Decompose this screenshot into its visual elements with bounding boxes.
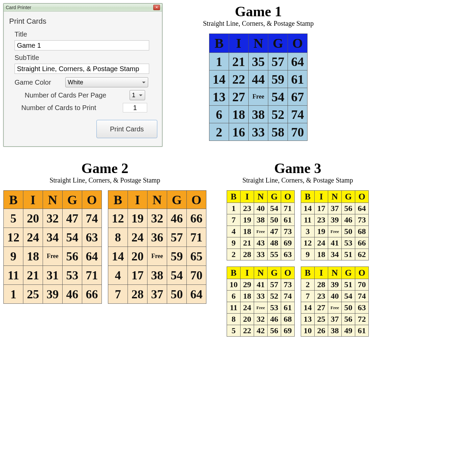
- bingo-cell: 63: [281, 249, 295, 260]
- bingo-cell: 25: [315, 314, 328, 325]
- bingo-cell: 29: [241, 279, 254, 291]
- bingo-header-cell: O: [82, 191, 102, 209]
- title-input[interactable]: [15, 40, 149, 50]
- bingo-header-cell: B: [108, 191, 128, 209]
- bingo-cell: 73: [281, 226, 295, 237]
- bingo-cell: 5: [4, 209, 23, 228]
- bingo-cell: 38: [328, 325, 342, 337]
- bingo-cell: 16: [229, 123, 249, 141]
- bingo-cell: 46: [342, 214, 355, 226]
- close-icon[interactable]: ✕: [153, 5, 160, 10]
- bingo-cell: 14: [209, 70, 229, 88]
- bingo-cell: 54: [342, 291, 355, 302]
- bingo-cell: 71: [187, 228, 206, 247]
- bingo-cell: 33: [254, 291, 268, 302]
- dialog-body: Print Cards Title SubTitle Game Color Wh…: [4, 12, 162, 146]
- bingo-cell: 21: [229, 53, 249, 70]
- bingo-cell: 68: [281, 314, 295, 325]
- bingo-cell: 41: [254, 279, 268, 291]
- bingo-cell: 74: [355, 291, 369, 302]
- bingo-cell: 54: [268, 88, 288, 106]
- bingo-cell: 66: [82, 285, 102, 304]
- bingo-cell: 8: [227, 314, 241, 325]
- bingo-cell: 64: [288, 53, 308, 70]
- bingo-cell: 70: [288, 123, 308, 141]
- bingo-cell: 64: [187, 285, 206, 304]
- bingo-cell: 9: [301, 249, 315, 260]
- bingo-cell: 62: [355, 249, 369, 260]
- bingo-cell: 1: [4, 285, 23, 304]
- bingo-cell: 32: [43, 209, 63, 228]
- bingo-card: BINGO12193246668243657711420Free59654173…: [108, 190, 206, 304]
- cards-per-page-select[interactable]: 1: [130, 90, 145, 100]
- bingo-header-cell: O: [288, 34, 308, 53]
- subtitle-input[interactable]: [15, 64, 149, 74]
- group-title: Print Cards: [9, 17, 157, 26]
- bingo-cell: 72: [355, 314, 369, 325]
- bingo-cell: 57: [268, 53, 288, 70]
- bingo-cell: 23: [315, 291, 328, 302]
- bingo-cell: 51: [342, 279, 355, 291]
- bingo-cell: 17: [128, 266, 148, 285]
- game-color-select[interactable]: White: [65, 77, 148, 87]
- bingo-cell: 42: [254, 325, 268, 337]
- bingo-cell: 19: [315, 226, 328, 237]
- card-printer-dialog: Card Printer ✕ Print Cards Title SubTitl…: [3, 3, 162, 147]
- bingo-cell: 8: [108, 228, 128, 247]
- bingo-cell: 9: [4, 247, 23, 266]
- bingo-cell: 21: [23, 266, 43, 285]
- bingo-cell: 6: [209, 106, 229, 123]
- bingo-cell: 61: [281, 302, 295, 314]
- bingo-cell: 5: [227, 325, 241, 337]
- bingo-cell: 1: [209, 53, 229, 70]
- cards-to-print-input[interactable]: [123, 103, 147, 112]
- bingo-cell: 27: [229, 88, 249, 106]
- bingo-cell: 40: [328, 291, 342, 302]
- game1-subtitle: Straight Line, Corners, & Postage Stamp: [203, 20, 314, 27]
- bingo-cell: 57: [268, 279, 281, 291]
- bingo-cell: 24: [128, 228, 148, 247]
- bingo-cell: 2: [227, 249, 241, 260]
- bingo-cell: 36: [148, 228, 167, 247]
- bingo-cell: 70: [355, 279, 369, 291]
- bingo-cell: Free: [254, 226, 268, 237]
- bingo-cell: 50: [342, 302, 355, 314]
- bingo-cell: 24: [23, 228, 43, 247]
- bingo-header-cell: N: [43, 191, 63, 209]
- bingo-cell: 56: [342, 203, 355, 214]
- bingo-header-cell: B: [301, 267, 315, 279]
- bingo-cell: Free: [328, 302, 342, 314]
- bingo-cell: 74: [281, 291, 295, 302]
- bingo-cell: 18: [241, 291, 254, 302]
- bingo-cell: Free: [254, 302, 268, 314]
- bingo-cell: 20: [23, 209, 43, 228]
- print-cards-button[interactable]: Print Cards: [96, 120, 157, 138]
- bingo-cell: 73: [355, 214, 369, 226]
- bingo-cell: 57: [167, 228, 187, 247]
- bingo-header-cell: I: [315, 191, 328, 203]
- game2-subtitle: Straight Line, Corners, & Postage Stamp: [3, 176, 206, 184]
- bingo-cell: 28: [128, 285, 148, 304]
- bingo-cell: 54: [63, 228, 82, 247]
- bingo-cell: 38: [254, 214, 268, 226]
- bingo-card: BINGO123405471719385061418Free4773921434…: [227, 190, 295, 260]
- bingo-card: BINGO10294157736183352741124Free53618203…: [227, 267, 295, 337]
- bingo-cell: 73: [281, 279, 295, 291]
- bingo-cell: 65: [187, 247, 206, 266]
- bingo-header-cell: B: [4, 191, 23, 209]
- bingo-cell: 50: [268, 214, 281, 226]
- bingo-cell: 3: [301, 226, 315, 237]
- bingo-header-cell: O: [355, 267, 369, 279]
- bingo-cell: 48: [268, 237, 281, 249]
- bingo-cell: 7: [227, 214, 241, 226]
- bingo-cell: 13: [209, 88, 229, 106]
- bingo-cell: 41: [328, 237, 342, 249]
- bingo-cell: 18: [315, 249, 328, 260]
- titlebar[interactable]: Card Printer ✕: [4, 4, 162, 12]
- bingo-cell: 35: [249, 53, 268, 70]
- bingo-cell: 47: [63, 209, 82, 228]
- bingo-header-cell: N: [254, 191, 268, 203]
- bingo-cell: 61: [355, 325, 369, 337]
- game2: Game 2 Straight Line, Corners, & Postage…: [3, 160, 206, 337]
- bingo-header-cell: G: [268, 267, 281, 279]
